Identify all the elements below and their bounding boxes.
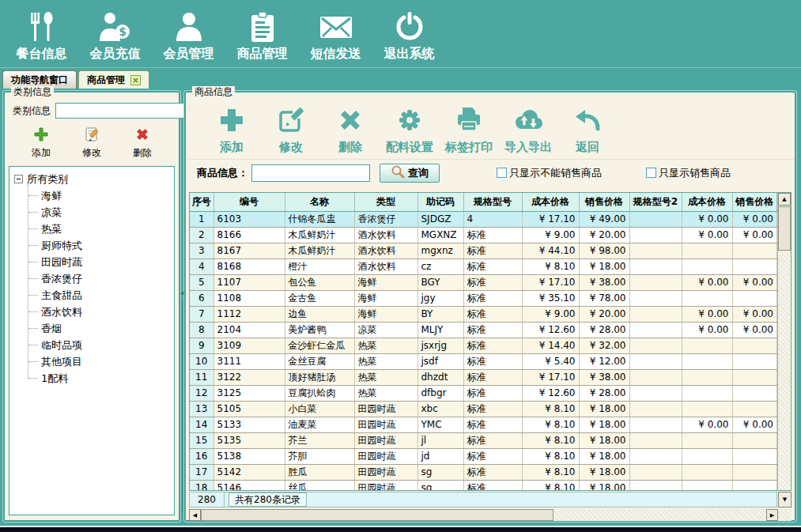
cell[interactable]: 田园时蔬	[354, 432, 418, 448]
cell[interactable]: 3109	[213, 338, 285, 353]
cell[interactable]	[732, 369, 777, 385]
tab-product-manage[interactable]: 商品管理 ×	[78, 70, 149, 89]
product-delete-button[interactable]: 删除	[325, 104, 376, 155]
row-number-cell[interactable]: 4	[190, 258, 213, 274]
product-search-input[interactable]	[251, 164, 370, 182]
import-export-button[interactable]: 导入导出	[503, 104, 554, 155]
cell[interactable]: 胜瓜	[285, 464, 354, 480]
cell[interactable]	[629, 211, 682, 227]
toolbar-item-product-manage[interactable]: 商品管理	[225, 11, 299, 62]
table-row[interactable]: 145133油麦菜田园时蔬YMC标准¥ 8.10¥ 18.00¥ 0.00¥ 0…	[190, 417, 777, 432]
row-number-cell[interactable]: 16	[190, 448, 213, 464]
cell[interactable]	[732, 290, 777, 306]
cell[interactable]	[682, 464, 732, 480]
row-number-cell[interactable]: 13	[190, 401, 213, 417]
cell[interactable]: ¥ 18.00	[579, 448, 629, 464]
cell[interactable]	[629, 306, 682, 322]
cell[interactable]	[682, 290, 732, 306]
cell[interactable]	[629, 417, 682, 432]
checkbox-show-sellable[interactable]: 只显示销售商品	[646, 166, 731, 180]
cell[interactable]	[629, 290, 682, 306]
cell[interactable]: YMC	[418, 417, 463, 432]
vertical-scrollbar[interactable]: ▲	[777, 193, 791, 490]
toolbar-item-exit-system[interactable]: 退出系统	[372, 11, 446, 62]
tree-item[interactable]: 热菜	[28, 221, 172, 237]
cell[interactable]: 标准	[463, 274, 522, 290]
cell[interactable]: 边鱼	[285, 306, 354, 322]
cell[interactable]: ¥ 8.10	[522, 258, 579, 274]
product-edit-button[interactable]: 修改	[266, 104, 316, 155]
cell[interactable]: 3111	[213, 353, 285, 369]
cell[interactable]: MGXNZ	[418, 227, 463, 243]
cell[interactable]: 热菜	[354, 385, 418, 401]
cell[interactable]: jgy	[418, 290, 463, 306]
cell[interactable]: ¥ 0.00	[682, 417, 732, 432]
cell[interactable]	[629, 353, 682, 369]
cell[interactable]: 丝瓜	[285, 480, 354, 491]
cell[interactable]: 标准	[463, 338, 522, 353]
cell[interactable]: 3122	[213, 369, 285, 385]
cell[interactable]: 田园时蔬	[354, 401, 418, 417]
cell[interactable]: 标准	[463, 322, 522, 338]
cell[interactable]: ¥ 44.10	[522, 243, 579, 258]
cell[interactable]: ¥ 20.00	[579, 306, 629, 322]
tree-item[interactable]: 香烟	[28, 320, 172, 337]
table-row[interactable]: 185146丝瓜田园时蔬sg标准¥ 8.10¥ 18.00	[190, 480, 777, 491]
cell[interactable]	[682, 432, 732, 448]
row-number-cell[interactable]: 10	[190, 353, 213, 369]
cell[interactable]	[629, 448, 682, 464]
row-number-cell[interactable]: 15	[190, 432, 213, 448]
cell[interactable]: SJDGZ	[418, 211, 463, 227]
cell[interactable]: 芥兰	[285, 432, 354, 448]
cell[interactable]	[682, 338, 732, 353]
cell[interactable]: 标准	[463, 401, 522, 417]
cell[interactable]: 金丝豆腐	[285, 353, 354, 369]
cell[interactable]: 5105	[213, 401, 285, 417]
table-row[interactable]: 155135芥兰田园时蔬jl标准¥ 8.10¥ 18.00	[190, 432, 777, 448]
cell[interactable]: ¥ 12.60	[522, 385, 579, 401]
cell[interactable]	[682, 401, 732, 417]
cell[interactable]: ¥ 0.00	[732, 274, 777, 290]
table-row[interactable]: 103111金丝豆腐热菜jsdf标准¥ 5.40¥ 12.00	[190, 353, 777, 369]
cell[interactable]: 标准	[463, 432, 522, 448]
cell[interactable]	[682, 353, 732, 369]
tree-item[interactable]: 酒水饮料	[28, 304, 172, 320]
cell[interactable]: 标准	[463, 369, 522, 385]
cell[interactable]	[629, 432, 682, 448]
toolbar-item-member-recharge[interactable]: $ 会员充值	[78, 11, 152, 62]
query-button[interactable]: 查询	[380, 164, 440, 183]
cell[interactable]: 酒水饮料	[354, 227, 418, 243]
cell[interactable]: 油麦菜	[285, 417, 354, 432]
tree-item[interactable]: 其他项目	[28, 353, 172, 370]
cell[interactable]: 金沙虾仁金瓜	[285, 338, 354, 353]
cell[interactable]: 木瓜鲜奶汁	[285, 243, 354, 258]
tree-collapse-icon[interactable]	[14, 175, 23, 183]
row-number-cell[interactable]: 6	[190, 290, 213, 306]
column-header[interactable]: 成本价格	[682, 193, 732, 211]
checkbox-icon[interactable]	[646, 168, 656, 178]
table-row[interactable]: 71112边鱼海鲜BY标准¥ 9.00¥ 20.00¥ 0.00¥ 0.00	[190, 306, 777, 322]
cell[interactable]: 田园时蔬	[354, 480, 418, 491]
cell[interactable]: ¥ 98.00	[579, 243, 629, 258]
table-row[interactable]: 165138芥胆田园时蔬jd标准¥ 8.10¥ 18.00	[190, 448, 777, 464]
cell[interactable]: ¥ 0.00	[732, 417, 777, 432]
column-header[interactable]: 编号	[213, 193, 285, 211]
table-row[interactable]: 123125豆腐扒蛤肉热菜dfbgr标准¥ 12.60¥ 28.00	[190, 385, 777, 401]
cell[interactable]: ¥ 38.00	[579, 274, 629, 290]
scroll-up-icon[interactable]: ▲	[778, 193, 791, 206]
horizontal-scrollbar-thumb[interactable]	[201, 509, 554, 521]
cell[interactable]: ¥ 20.00	[579, 227, 629, 243]
cell[interactable]	[629, 243, 682, 258]
row-number-cell[interactable]: 7	[190, 306, 213, 322]
cell[interactable]	[682, 480, 732, 491]
ingredient-settings-button[interactable]: 配料设置	[384, 104, 435, 155]
cell[interactable]	[732, 448, 777, 464]
tree-root-all-categories[interactable]: 所有类别	[14, 171, 172, 187]
cell[interactable]: ¥ 9.00	[522, 306, 579, 322]
cell[interactable]: ¥ 0.00	[732, 322, 777, 338]
cell[interactable]: 3125	[213, 385, 285, 401]
cell[interactable]: ¥ 14.40	[522, 338, 579, 353]
toolbar-item-member-manage[interactable]: 会员管理	[152, 11, 225, 62]
table-row[interactable]: 82104美炉酱鸭凉菜MLJY标准¥ 12.60¥ 28.00¥ 0.00¥ 0…	[190, 322, 777, 338]
table-row[interactable]: 48168橙汁酒水饮料cz标准¥ 8.10¥ 18.00	[190, 258, 777, 274]
